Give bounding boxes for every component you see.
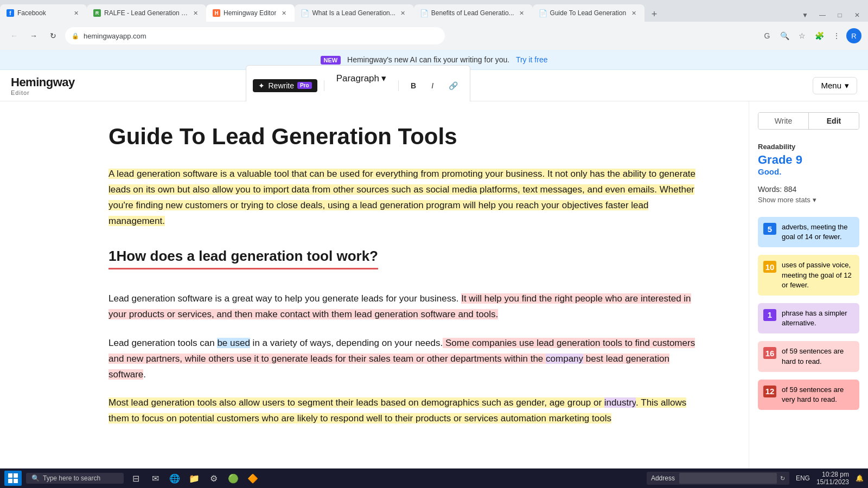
write-tab[interactable]: Write	[758, 113, 809, 129]
tab-what-is-lead[interactable]: 📄 What Is a Lead Generation... ✕	[295, 4, 413, 22]
tab-ralfe-label: RALFE - Lead Generation T...	[104, 9, 188, 17]
tab-guide-lead[interactable]: 📄 Guide To Lead Generation ✕	[533, 4, 645, 22]
adverbs-text: adverbs, meeting the goal of 14 or fewer…	[782, 222, 854, 242]
address-input[interactable]: 🔒 hemingwayapp.com	[65, 27, 445, 44]
close-browser-btn[interactable]: ✕	[851, 9, 864, 22]
paragraph-label: Paragraph	[336, 71, 379, 87]
logo: Hemingway Editor	[11, 75, 75, 96]
taskbar-search-label: Type here to search	[43, 474, 100, 482]
start-button[interactable]	[4, 471, 22, 486]
doc-favicon-2: 📄	[420, 9, 428, 17]
editor-area[interactable]: Guide To Lead Generation Tools A lead ge…	[0, 101, 749, 488]
very-hard-num: 12	[763, 386, 776, 397]
svg-rect-1	[14, 473, 18, 478]
show-more-stats[interactable]: Show more stats ▾	[758, 196, 859, 204]
paragraph-dropdown[interactable]: Paragraph ▾	[331, 69, 392, 89]
taskbar-datetime: 10:28 pm 15/11/2023	[816, 471, 849, 486]
new-tab-button[interactable]: +	[647, 7, 662, 22]
tab-ralfe[interactable]: R RALFE - Lead Generation T... ✕	[87, 4, 206, 22]
tab-guide-lead-close[interactable]: ✕	[629, 9, 638, 17]
tab-what-is-lead-label: What Is a Lead Generation...	[312, 9, 395, 17]
doc-favicon-3: 📄	[539, 9, 547, 17]
address-bar: ← → ↻ 🔒 hemingwayapp.com G 🔍 ☆ 🧩 ⋮ R	[0, 22, 868, 50]
paragraph-2: Lead generation software is a great way …	[108, 291, 705, 323]
hemingway-favicon: H	[213, 9, 220, 17]
taskbar-notification[interactable]: 🔔	[856, 474, 864, 482]
doc-favicon-1: 📄	[301, 9, 309, 17]
pro-badge: Pro	[297, 82, 312, 89]
tab-hemingway-label: Hemingway Editor	[224, 9, 276, 17]
adverbs-num: 5	[763, 223, 776, 235]
taskbar-address-label: Address	[651, 474, 675, 482]
address-text: hemingwayapp.com	[84, 32, 146, 40]
taskbar-app1[interactable]: ⚙	[206, 471, 221, 486]
menu-label: Menu	[821, 81, 841, 90]
svg-rect-3	[14, 479, 18, 483]
edit-tab[interactable]: Edit	[809, 113, 859, 129]
forward-btn[interactable]: →	[26, 28, 41, 43]
tab-ralfe-close[interactable]: ✕	[191, 9, 200, 17]
taskbar: 🔍 Type here to search ⊟ ✉ 🌐 📁 ⚙ 🟢 🔶 Addr…	[0, 468, 868, 488]
write-edit-tabs: Write Edit	[758, 112, 859, 130]
back-btn[interactable]: ←	[7, 28, 22, 43]
svg-rect-0	[8, 473, 12, 478]
words-count: Words: 884	[758, 185, 859, 194]
banner-text: Hemingway's new AI can fix your writing …	[347, 55, 509, 64]
taskbar-explorer[interactable]: 📁	[187, 471, 202, 486]
rewrite-button[interactable]: ✦ Rewrite Pro	[253, 79, 317, 92]
main-layout: Guide To Lead Generation Tools A lead ge…	[0, 101, 868, 488]
tab-benefits-lead[interactable]: 📄 Benefits of Lead Generatio... ✕	[414, 4, 533, 22]
simpler-num: 1	[763, 309, 776, 321]
readability-quality: Good.	[758, 167, 859, 176]
extensions-btn[interactable]: 🧩	[812, 28, 827, 43]
readability-section: Readability Grade 9 Good.	[758, 143, 859, 176]
link-button[interactable]: 🔗	[443, 79, 463, 92]
taskbar-chrome2[interactable]: 🔶	[245, 471, 260, 486]
logo-name: Hemingway	[11, 75, 75, 89]
para3-seg2: be used	[217, 338, 250, 348]
reload-btn[interactable]: ↻	[46, 28, 61, 43]
bold-button[interactable]: B	[405, 79, 422, 92]
banner-try-link[interactable]: Try it free	[516, 55, 548, 64]
paragraph-4: Most lead generation tools also allow us…	[108, 395, 705, 427]
para4-seg2: industry	[604, 397, 636, 408]
app-header: Hemingway Editor ✦ Rewrite Pro Paragraph…	[0, 70, 868, 101]
maximize-btn[interactable]: □	[833, 9, 846, 22]
taskbar-lang: ENG	[796, 474, 810, 482]
passive-num: 10	[763, 261, 776, 273]
taskbar-date-display: 15/11/2023	[816, 478, 849, 486]
taskbar-search[interactable]: 🔍 Type here to search	[26, 473, 124, 484]
passive-text: uses of passive voice, meeting the goal …	[782, 260, 854, 290]
tab-facebook-close[interactable]: ✕	[72, 9, 80, 17]
taskbar-right: Address ↻ ENG 10:28 pm 15/11/2023 🔔	[647, 471, 864, 486]
taskbar-icons: ⊟ ✉ 🌐 📁 ⚙ 🟢 🔶	[128, 471, 260, 486]
hard-read-num: 16	[763, 347, 776, 359]
tab-what-is-lead-close[interactable]: ✕	[399, 9, 407, 17]
windows-logo-icon	[8, 473, 18, 483]
minimize-btn[interactable]: —	[816, 9, 829, 22]
stat-very-hard-read: 12 of 59 sentences are very hard to read…	[758, 380, 859, 410]
tab-facebook-label: Facebook	[17, 9, 68, 17]
taskbar-search-icon: 🔍	[31, 474, 40, 482]
taskbar-task-view[interactable]: ⊟	[128, 471, 143, 486]
tab-hemingway[interactable]: H Hemingway Editor ✕	[206, 4, 295, 22]
taskbar-edge[interactable]: 🌐	[167, 471, 182, 486]
para2-seg1: Lead generation software is a great way …	[108, 293, 458, 304]
taskbar-mail[interactable]: ✉	[148, 471, 163, 486]
stat-simpler: 1 phrase has a simpler alternative.	[758, 303, 859, 333]
lens-btn[interactable]: 🔍	[777, 28, 792, 43]
italic-button[interactable]: I	[426, 79, 439, 92]
google-btn[interactable]: G	[760, 28, 775, 43]
profile-btn[interactable]: R	[846, 28, 861, 43]
more-btn[interactable]: ⋮	[829, 28, 844, 43]
tab-hemingway-close[interactable]: ✕	[279, 9, 288, 17]
tab-benefits-lead-close[interactable]: ✕	[518, 9, 526, 17]
tab-facebook[interactable]: f Facebook ✕	[0, 4, 87, 22]
para1-segment1: A lead generation software is a valuable…	[108, 169, 695, 226]
bookmark-btn[interactable]: ☆	[794, 28, 809, 43]
header-right: Menu ▾	[813, 77, 857, 94]
lock-icon: 🔒	[72, 33, 79, 40]
taskbar-chrome[interactable]: 🟢	[226, 471, 241, 486]
tab-dropdown-btn[interactable]: ▼	[799, 9, 812, 22]
menu-button[interactable]: Menu ▾	[813, 77, 857, 94]
